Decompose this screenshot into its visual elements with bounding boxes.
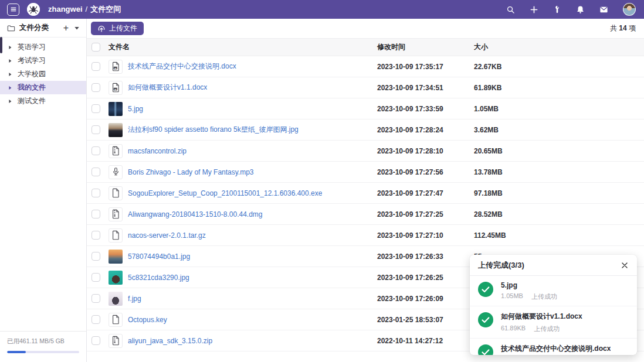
file-link[interactable]: 578074494b0a1.jpg xyxy=(128,252,190,261)
expand-arrow-icon[interactable] xyxy=(8,45,12,50)
sidebar-item-label: 英语学习 xyxy=(18,42,46,52)
upload-toast-title: 上传完成(3/3) xyxy=(478,260,524,271)
storage-usage-text: 已用461.11 MB/5 GB xyxy=(7,337,79,346)
row-checkbox[interactable] xyxy=(91,189,100,197)
column-header-name[interactable]: 文件名 xyxy=(109,42,369,52)
row-checkbox[interactable] xyxy=(91,210,100,218)
row-checkbox[interactable] xyxy=(91,146,100,155)
bell-icon[interactable] xyxy=(576,5,585,14)
zip-icon xyxy=(109,207,123,221)
file-link[interactable]: 5.jpg xyxy=(128,105,143,113)
upload-toast: 上传完成(3/3) 5.jpg1.05MB上传成功如何做概要设计v1.1.doc… xyxy=(470,255,637,355)
file-link[interactable]: SogouExplorer_Setup_Coop_2100115001_12.1… xyxy=(128,189,322,197)
sidebar-item[interactable]: 大学校园 xyxy=(0,67,86,81)
user-avatar[interactable] xyxy=(623,3,636,16)
modified-time: 2023-10-09 17:27:10 xyxy=(377,231,466,240)
table-row: w如何做概要设计v1.1.docx2023-10-09 17:34:5161.8… xyxy=(87,77,644,98)
file-link[interactable]: 5c8321cda3290.jpg xyxy=(128,274,189,282)
expand-arrow-icon[interactable] xyxy=(8,86,12,90)
docx-icon: w xyxy=(109,60,123,74)
sidebar-item-label: 大学校园 xyxy=(18,69,46,79)
sidebar-item[interactable]: 考试学习 xyxy=(0,54,86,67)
row-checkbox[interactable] xyxy=(91,83,100,92)
table-header: 文件名 修改时间 大小 xyxy=(87,38,644,56)
image-thumbnail xyxy=(109,292,123,306)
add-category-button[interactable]: + xyxy=(63,23,69,33)
topbar-actions xyxy=(506,3,636,16)
success-check-icon xyxy=(478,282,493,299)
caret-down-icon[interactable] xyxy=(74,25,80,31)
logo-spider-icon[interactable] xyxy=(27,3,40,16)
file-size: 20.65MB xyxy=(474,147,644,155)
plus-icon[interactable] xyxy=(530,5,538,14)
column-header-modified[interactable]: 修改时间 xyxy=(377,42,466,52)
breadcrumb-separator: / xyxy=(86,5,88,13)
select-all-checkbox[interactable] xyxy=(91,43,100,52)
modified-time: 2023-10-09 17:27:47 xyxy=(377,189,466,197)
success-check-icon xyxy=(478,344,493,355)
sidebar-item[interactable]: 测试文件 xyxy=(0,94,86,108)
row-checkbox[interactable] xyxy=(91,104,100,113)
search-icon[interactable] xyxy=(506,5,515,14)
file-link[interactable]: 如何做概要设计v1.1.docx xyxy=(128,83,207,93)
modified-time: 2023-10-09 17:28:10 xyxy=(377,147,466,155)
row-checkbox[interactable] xyxy=(91,294,100,303)
table-row: w技术线产品交付中心交接说明.docx2023-10-09 17:35:1722… xyxy=(87,56,644,77)
row-checkbox[interactable] xyxy=(91,231,100,240)
uploaded-file-name: 技术线产品交付中心交接说明.docx xyxy=(501,344,611,354)
expand-arrow-icon[interactable] xyxy=(8,72,12,77)
column-header-size[interactable]: 大小 xyxy=(474,42,644,52)
file-link[interactable]: aliyun_java_sdk_3.15.0.zip xyxy=(128,337,212,345)
breadcrumb-section[interactable]: 文件空间 xyxy=(90,5,121,13)
file-icon xyxy=(109,186,123,200)
row-checkbox[interactable] xyxy=(91,62,100,71)
row-checkbox[interactable] xyxy=(91,336,100,345)
wrench-icon[interactable] xyxy=(553,5,561,13)
upload-toast-item: 5.jpg1.05MB上传成功 xyxy=(470,276,637,306)
sidebar-item-label: 考试学习 xyxy=(18,56,46,66)
success-check-icon xyxy=(478,312,493,330)
row-checkbox[interactable] xyxy=(91,125,100,134)
file-link[interactable]: Boris Zhivago - Lady of My Fantasy.mp3 xyxy=(128,168,254,176)
close-icon[interactable] xyxy=(620,261,629,270)
sidebar: 文件分类 + 英语学习考试学习大学校园我的文件测试文件 已用461.11 MB/… xyxy=(0,19,87,362)
storage-progress-fill xyxy=(7,351,26,353)
modified-time: 2022-10-11 14:27:12 xyxy=(377,337,466,345)
file-link[interactable]: Aliwangwang-20180413-1510-8.00.44.dmg xyxy=(128,210,263,218)
storage-progress-bar xyxy=(7,351,79,353)
uploaded-file-name: 5.jpg xyxy=(501,281,557,289)
upload-button[interactable]: 上传文件 xyxy=(91,22,144,35)
sidebar-item[interactable]: 我的文件 xyxy=(0,81,86,94)
row-checkbox[interactable] xyxy=(91,273,100,282)
row-checkbox[interactable] xyxy=(91,315,100,324)
menu-icon[interactable] xyxy=(7,4,19,16)
sidebar-scrollbar[interactable] xyxy=(0,37,2,53)
file-size: 13.78MB xyxy=(474,168,644,176)
modified-time: 2023-10-09 17:33:59 xyxy=(377,105,466,113)
file-link[interactable]: macsfancontrol.zip xyxy=(128,147,187,155)
mail-icon[interactable] xyxy=(599,5,608,14)
file-link[interactable]: nacos-server-2.0.1.tar.gz xyxy=(128,231,206,240)
expand-arrow-icon[interactable] xyxy=(8,99,12,104)
item-count: 共 14 项 xyxy=(610,23,636,33)
sidebar-item[interactable]: 英语学习 xyxy=(0,40,86,54)
row-checkbox[interactable] xyxy=(91,252,100,261)
file-icon xyxy=(109,228,123,243)
file-size: 112.45MB xyxy=(474,231,644,240)
table-row: Aliwangwang-20180413-1510-8.00.44.dmg202… xyxy=(87,204,644,225)
row-checkbox[interactable] xyxy=(91,168,100,176)
svg-text:w: w xyxy=(114,88,117,91)
file-link[interactable]: Octopus.key xyxy=(128,316,167,324)
file-link[interactable]: f.jpg xyxy=(128,295,141,303)
file-link[interactable]: 技术线产品交付中心交接说明.docx xyxy=(128,62,236,71)
sidebar-item-label: 我的文件 xyxy=(18,83,46,93)
folder-icon xyxy=(7,24,15,32)
image-thumbnail xyxy=(109,271,123,285)
expand-arrow-icon[interactable] xyxy=(8,59,12,63)
modified-time: 2023-01-25 18:53:07 xyxy=(377,316,466,324)
file-link[interactable]: 法拉利sf90 spider assetto fiorano 5k壁纸_彼岸图网… xyxy=(128,125,299,135)
file-size: 28.52MB xyxy=(474,210,644,218)
breadcrumb-user[interactable]: zhangwei xyxy=(48,5,83,13)
upload-toast-header: 上传完成(3/3) xyxy=(470,255,637,276)
docx-icon: w xyxy=(109,81,123,95)
